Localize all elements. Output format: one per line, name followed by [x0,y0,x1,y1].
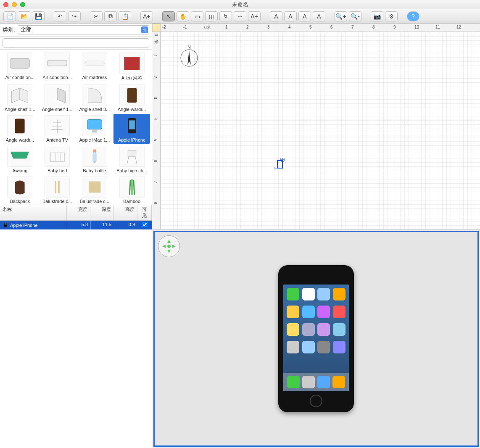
zoom-out-button[interactable]: 🔍- [349,11,361,21]
furniture-table-header: 名称 宽度 深度 高度 可见 [0,205,152,221]
svg-rect-1 [47,60,67,66]
placed-furniture-iphone[interactable] [274,158,286,170]
furniture-catalog[interactable]: Air condition...Air condition...Air matt… [0,50,152,205]
catalog-item-label: Apple iPhone [118,137,145,142]
ruler-tick: 4 [153,118,158,120]
catalog-item[interactable]: Bamboo [113,175,150,205]
svg-rect-9 [129,120,135,129]
create-rooms-button[interactable]: ◫ [205,11,218,21]
highchair-icon [119,146,145,167]
create-walls-button[interactable]: ▭ [191,11,203,21]
catalog-item[interactable]: Balustrade c... [76,175,113,205]
svg-rect-10 [50,153,65,161]
ruler-tick: 9 [393,25,396,29]
catalog-item[interactable]: Apple iMac 1... [76,114,113,144]
app-icon [333,323,345,336]
app-icon [317,306,330,318]
ruler-tick: 5 [153,139,158,141]
catalog-item[interactable]: Air condition... [39,51,76,82]
catalog-item[interactable]: Angle wardr... [113,83,150,113]
category-select[interactable]: 全部 ⇅ [18,25,149,34]
catalog-item-label: Angle wardr... [6,137,34,142]
save-button[interactable]: 💾 [32,11,45,21]
view-3d[interactable] [153,231,479,447]
ruler-tick: -1 [183,25,187,29]
open-button[interactable]: 📂 [18,11,30,21]
ruler-tick: 0米 [204,25,211,31]
paste-button[interactable]: 📋 [119,11,131,21]
ruler-tick: 3 [267,25,270,29]
catalog-item[interactable]: Baby bottle [76,145,113,174]
furniture-table-body[interactable]: 📱Apple iPhone5.811.50.9 [0,221,152,448]
bamboo-icon [119,177,145,198]
app-icon [317,288,330,300]
add-furniture-button[interactable]: A+ [140,11,153,21]
catalog-item[interactable]: Baby bed [39,145,76,174]
select-button[interactable]: ↖ [162,11,175,21]
app-icon [302,341,315,353]
catalog-item-label: Balustrade c... [80,199,109,204]
copy-button[interactable]: ⧉ [104,11,117,21]
catalog-item[interactable]: Allen 风琴 [113,51,150,82]
create-polyline-button[interactable]: ↯ [219,11,232,21]
svg-rect-4 [127,88,137,103]
preferences-button[interactable]: ⚙ [385,11,398,21]
visible-checkbox[interactable] [142,222,148,227]
catalog-item[interactable]: Angle shelf 8... [76,83,113,113]
zoom-in-button[interactable]: 🔍+ [335,11,347,21]
redo-button[interactable]: ↷ [68,11,81,21]
col-depth[interactable]: 深度 [90,205,114,220]
furniture-height: 0.9 [114,221,137,229]
cut-button[interactable]: ✂ [90,11,103,21]
vertical-ruler: 0米12345678 [152,32,161,229]
pan-button[interactable]: ✋ [177,11,189,21]
col-visible[interactable]: 可见 [137,205,152,220]
catalog-item[interactable]: Angle wardr... [2,114,38,144]
create-dimension-button[interactable]: ↔ [234,11,246,21]
wardrobe-icon [119,84,145,105]
shelf-icon [7,84,32,105]
3d-nav-control[interactable] [158,235,180,257]
snapshot-button[interactable]: 📷 [371,11,383,21]
ruler-tick: -2 [162,25,166,29]
col-width[interactable]: 宽度 [67,205,90,220]
catalog-item[interactable]: Antena TV [39,114,76,144]
bold-button[interactable]: A [298,11,311,21]
catalog-item-label: Baby bottle [83,168,106,173]
text-bigger-button[interactable]: A [270,11,282,21]
ruler-tick: 11 [435,25,440,29]
ac-wall-icon [45,53,70,74]
compass-icon[interactable]: N [177,45,201,68]
catalog-item[interactable]: Angle shelf 1... [39,83,76,113]
plan-canvas[interactable]: N [161,32,480,229]
iphone-icon [119,115,145,136]
catalog-item[interactable]: Baby high ch... [113,145,150,174]
app-icon [287,288,299,300]
catalog-item-label: Baby bed [47,168,67,173]
furniture-row[interactable]: 📱Apple iPhone5.811.50.9 [0,221,152,229]
text-smaller-button[interactable]: A [284,11,297,21]
catalog-item[interactable]: Backpack [2,175,38,205]
catalog-item[interactable]: Air condition... [2,51,38,82]
help-button[interactable]: ? [407,11,419,21]
catalog-item[interactable]: Balustrade c... [39,175,76,205]
col-height[interactable]: 高度 [114,205,137,220]
catalog-item-label: Air condition... [42,75,72,80]
new-button[interactable]: 📄 [3,11,16,21]
italic-button[interactable]: A [313,11,325,21]
plan-2d-view[interactable]: -2-10米123456789101112 0米12345678 N [152,24,480,229]
antenna-icon [45,115,70,136]
catalog-item[interactable]: Angle shelf 1... [2,83,38,113]
balustrade-icon [45,177,70,198]
catalog-item[interactable]: Air mattress [76,51,113,82]
catalog-item-label: Baby high ch... [116,168,147,173]
ruler-tick: 4 [288,25,291,29]
col-name[interactable]: 名称 [0,205,67,220]
catalog-search-input[interactable] [3,38,149,47]
undo-button[interactable]: ↶ [54,11,66,21]
add-text-button[interactable]: A+ [248,11,261,21]
catalog-item[interactable]: Apple iPhone [113,114,150,144]
catalog-item[interactable]: Awning [2,145,38,174]
sidebar: 类别: 全部 ⇅ 🔍 Air condition...Air condition… [0,24,152,448]
bottle-icon [82,146,107,167]
